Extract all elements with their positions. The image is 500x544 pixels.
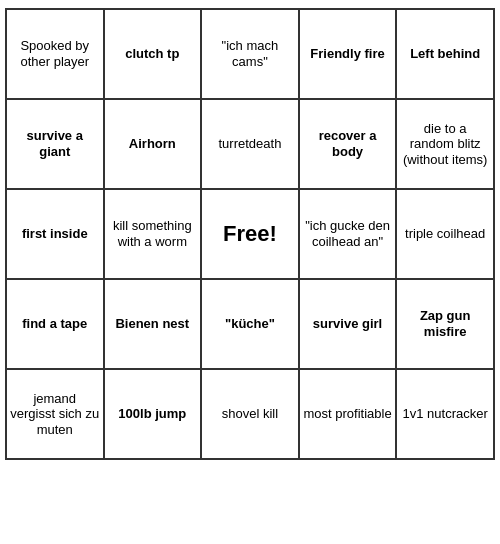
cell-r0-c2: "ich mach cams" [201,9,299,99]
bingo-title [0,0,500,8]
cell-r2-c0: first inside [6,189,104,279]
cell-r2-c1: kill something with a worm [104,189,202,279]
cell-r4-c2: shovel kill [201,369,299,459]
cell-r2-c2: Free! [201,189,299,279]
cell-r0-c1: clutch tp [104,9,202,99]
cell-r2-c4: triple coilhead [396,189,494,279]
cell-r0-c3: Friendly fire [299,9,397,99]
cell-r1-c1: Airhorn [104,99,202,189]
cell-r4-c1: 100lb jump [104,369,202,459]
cell-r4-c4: 1v1 nutcracker [396,369,494,459]
bingo-grid: Spooked by other playerclutch tp"ich mac… [5,8,495,460]
cell-r1-c2: turretdeath [201,99,299,189]
cell-r3-c1: Bienen nest [104,279,202,369]
cell-r3-c4: Zap gun misfire [396,279,494,369]
cell-r1-c4: die to a random blitz (without items) [396,99,494,189]
cell-r2-c3: "ich gucke den coilhead an" [299,189,397,279]
cell-r1-c0: survive a giant [6,99,104,189]
cell-r3-c2: "küche" [201,279,299,369]
cell-r3-c3: survive girl [299,279,397,369]
cell-r3-c0: find a tape [6,279,104,369]
cell-r4-c0: jemand vergisst sich zu muten [6,369,104,459]
cell-r4-c3: most profitiable [299,369,397,459]
cell-r0-c0: Spooked by other player [6,9,104,99]
cell-r0-c4: Left behind [396,9,494,99]
cell-r1-c3: recover a body [299,99,397,189]
